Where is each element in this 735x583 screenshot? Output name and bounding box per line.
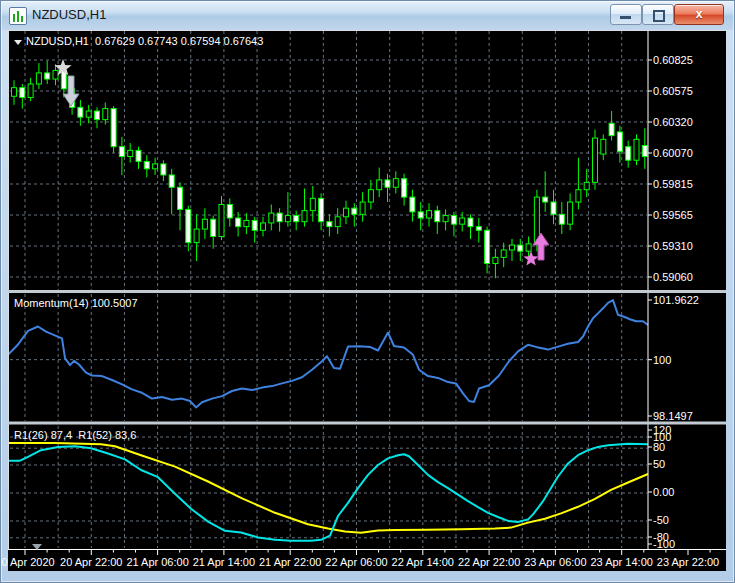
candle-body — [385, 180, 390, 187]
candle-body — [153, 164, 158, 169]
candle-body — [377, 180, 382, 190]
candle-body — [227, 204, 232, 218]
candle-body — [161, 164, 166, 175]
candle-body — [202, 219, 207, 229]
candle-body — [642, 145, 647, 156]
minimize-icon — [620, 16, 631, 19]
candle-body — [584, 182, 589, 189]
candle-body — [252, 220, 257, 230]
candle-body — [435, 211, 440, 222]
candle-body — [219, 204, 224, 236]
candle-body — [634, 139, 639, 160]
candle-body — [501, 250, 506, 257]
candle-body — [368, 190, 373, 202]
candle-body — [468, 218, 473, 227]
candle-body — [559, 214, 564, 224]
close-button[interactable]: x — [674, 4, 724, 25]
candle-body — [476, 227, 481, 231]
candle-body — [360, 202, 365, 214]
candle-body — [418, 212, 423, 218]
candle-body — [344, 208, 349, 217]
restore-icon — [653, 10, 665, 22]
candle-body — [551, 202, 556, 214]
candle-body — [236, 218, 241, 227]
candle-body — [310, 198, 315, 210]
candle-body — [443, 216, 448, 222]
candle-body — [285, 216, 290, 222]
panel-separator — [8, 290, 726, 293]
candle-body — [626, 147, 631, 161]
candle-body — [194, 229, 199, 243]
candle-body — [302, 211, 307, 222]
candle-body — [518, 245, 523, 251]
candle-body — [12, 88, 17, 97]
candle-body — [402, 179, 407, 197]
candle-body — [53, 70, 58, 79]
candle-body — [144, 161, 149, 168]
candle-body — [526, 244, 531, 251]
candle-body — [277, 213, 282, 222]
candle-body — [178, 187, 183, 209]
candle-body — [593, 138, 598, 182]
candle-body — [485, 230, 490, 263]
candle-body — [410, 197, 415, 212]
candle-body — [269, 213, 274, 223]
candle-body — [95, 111, 100, 120]
candle-body — [352, 208, 357, 214]
candle-body — [543, 197, 548, 202]
candle-body — [576, 190, 581, 202]
chart-canvas[interactable] — [8, 30, 726, 571]
candle-body — [36, 73, 41, 84]
candle-body — [20, 88, 25, 98]
candle-body — [294, 216, 299, 222]
candle-body — [169, 175, 174, 187]
chart-area[interactable]: NZDUSD,H1 0.67629 0.67743 0.67594 0.6764… — [8, 30, 726, 571]
candle-body — [609, 123, 614, 135]
minimize-button[interactable] — [610, 4, 642, 25]
candle-body — [319, 198, 324, 221]
candle-body — [119, 147, 124, 157]
chart-window-icon — [9, 7, 27, 25]
candle-body — [493, 257, 498, 263]
candle-body — [327, 222, 332, 227]
candle-body — [28, 84, 33, 98]
candle-body — [86, 111, 91, 117]
candle-body — [111, 109, 116, 147]
candle-body — [45, 73, 50, 79]
candle-body — [460, 218, 465, 224]
window-title: NZDUSD,H1 — [32, 7, 106, 22]
candle-body — [393, 179, 398, 188]
candle-body — [617, 132, 622, 152]
candle-body — [335, 217, 340, 227]
candle-body — [78, 107, 83, 117]
candle-body — [601, 139, 606, 154]
title-bar[interactable]: NZDUSD,H1 x — [0, 0, 735, 30]
panel-separator — [8, 422, 726, 425]
candle-body — [211, 219, 216, 236]
candle-body — [244, 220, 249, 226]
candle-body — [451, 216, 456, 225]
candle-body — [568, 202, 573, 224]
candle-body — [136, 150, 141, 161]
candle-body — [261, 223, 266, 230]
candle-body — [427, 211, 432, 218]
candle-body — [103, 109, 108, 120]
restore-button[interactable] — [642, 4, 674, 25]
metatrader-window: { "window": { "title": "NZDUSD,H1", "con… — [0, 0, 735, 583]
candle-body — [510, 245, 515, 250]
candle-body — [128, 150, 133, 156]
candle-body — [186, 209, 191, 242]
